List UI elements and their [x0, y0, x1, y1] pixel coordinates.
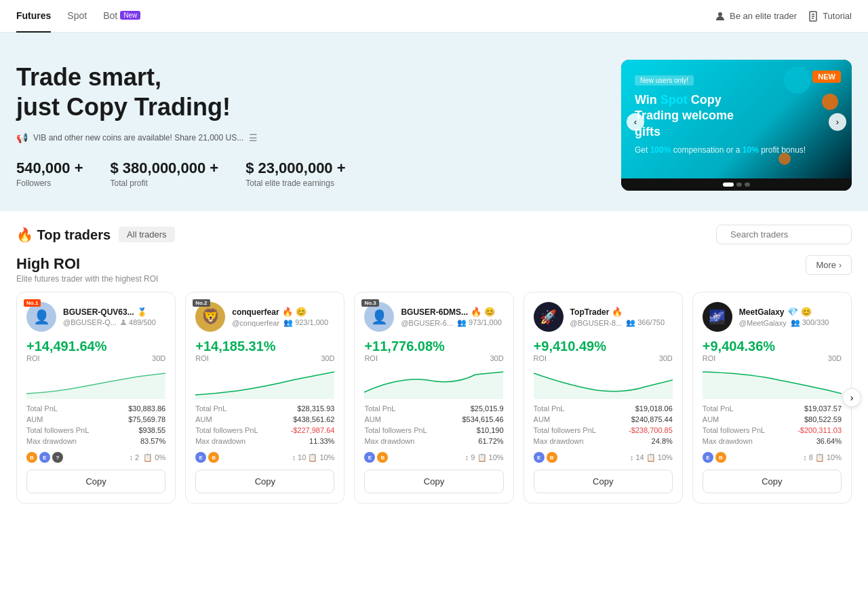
- hero-banner: ‹ › New users only! NEW Win Spot CopyTra…: [621, 60, 852, 191]
- tab-futures[interactable]: Futures: [16, 0, 51, 33]
- trader-handle-1: @BGUSER-Q...: [63, 318, 117, 326]
- stat-total-profit-value: $ 380,000,000 +: [110, 159, 218, 177]
- copy-btn-2[interactable]: Copy: [195, 470, 334, 493]
- label-aum-1: AUM: [26, 415, 43, 423]
- roi-value-4: +9,410.49%: [534, 339, 673, 354]
- search-input[interactable]: [730, 229, 844, 240]
- hero-title-line2: just Copy Trading!: [16, 93, 231, 121]
- roi-header-left: High ROI Elite futures trader with the h…: [16, 255, 158, 284]
- stat-earnings-value: $ 23,000,000 +: [245, 159, 345, 177]
- period-1: 30D: [152, 354, 165, 362]
- hero-section: Trade smart, just Copy Trading! 📢 VIB an…: [0, 33, 868, 211]
- nav-actions: Be an elite trader Tutorial: [715, 11, 852, 22]
- tab-spot[interactable]: Spot: [67, 0, 87, 33]
- nav-tabs: Futures Spot Bot New: [16, 0, 715, 33]
- banner-prev-btn[interactable]: ‹: [627, 113, 644, 130]
- more-btn[interactable]: More ›: [806, 255, 852, 275]
- trader-handle-3: @BGUSER-6...: [401, 319, 453, 327]
- avatar-4: 🚀: [534, 302, 564, 332]
- hero-notice: 📢 VIB and other new coins are available!…: [16, 132, 594, 143]
- roi-value-5: +9,404.36%: [703, 339, 842, 354]
- fpnl-val-1: $938.55: [138, 426, 165, 434]
- roi-title: High ROI: [16, 255, 158, 273]
- banner-dot-1[interactable]: [723, 183, 734, 187]
- trader-name-3: BGUSER-6DMS...: [401, 307, 468, 317]
- pnl-val-1: $30,883.86: [128, 404, 165, 413]
- banner-dot-3[interactable]: [745, 183, 750, 187]
- copy-btn-5[interactable]: Copy: [703, 470, 842, 493]
- trader-handle-5: @MeetGalaxy: [739, 319, 787, 327]
- banner-dot-2[interactable]: [736, 183, 742, 187]
- trader-emoji-2a: 🔥: [282, 307, 293, 317]
- stat-earnings-label: Total elite trade earnings: [245, 178, 345, 188]
- trader-emoji-2b: 😊: [296, 307, 307, 317]
- trader-emoji-5b: 😊: [801, 307, 812, 317]
- stat-earnings: $ 23,000,000 + Total elite trade earning…: [245, 159, 345, 188]
- more-label: More: [816, 260, 836, 270]
- person-icon: [715, 11, 726, 22]
- tab-bot[interactable]: Bot New: [103, 0, 140, 33]
- stat-followers: 540,000 + Followers: [16, 159, 83, 188]
- trader-emoji-3b: 😊: [484, 307, 495, 317]
- main-content: 🔥 Top traders All traders High ROI Elite…: [0, 211, 868, 517]
- rank-badge-2: No.2: [193, 299, 210, 307]
- banner-next-btn[interactable]: ›: [829, 113, 846, 130]
- notice-icon: 📢: [16, 132, 28, 143]
- search-box: [716, 225, 852, 244]
- chart-1: [26, 366, 165, 399]
- elite-trader-action[interactable]: Be an elite trader: [715, 11, 797, 22]
- stat-total-profit-label: Total profit: [110, 178, 218, 188]
- chart-2: [195, 366, 334, 399]
- trader-emoji-4: 🔥: [612, 307, 623, 317]
- hero-stats: 540,000 + Followers $ 380,000,000 + Tota…: [16, 159, 594, 188]
- roi-section: High ROI Elite futures trader with the h…: [16, 255, 852, 504]
- trader-card-5: 🌌 MeetGalaxy 💎 😊 @MeetGalaxy 👥 300/330: [692, 292, 852, 504]
- stat-followers-label: Followers: [16, 178, 83, 188]
- avatar-5: 🌌: [703, 302, 732, 332]
- coin-icons-1: B E ?: [26, 452, 63, 463]
- label-dd-1: Max drawdown: [26, 437, 77, 445]
- svg-point-7: [122, 320, 125, 322]
- all-traders-btn[interactable]: All traders: [119, 227, 175, 242]
- hero-title: Trade smart, just Copy Trading!: [16, 62, 594, 121]
- trader-name-5: MeetGalaxy: [739, 307, 785, 317]
- section-title: 🔥 Top traders: [16, 227, 111, 243]
- roi-value-2: +14,185.31%: [195, 339, 334, 354]
- roi-value-3: +11,776.08%: [364, 339, 503, 354]
- banner-dots: [621, 178, 852, 191]
- trader-emoji-1: 🥇: [137, 307, 147, 317]
- label-pnl-1: Total PnL: [26, 404, 58, 413]
- chart-4: [534, 366, 673, 399]
- section-header: 🔥 Top traders All traders: [16, 225, 852, 244]
- chart-3: [364, 366, 503, 399]
- copy-btn-4[interactable]: Copy: [534, 470, 673, 493]
- aum-val-1: $75,569.78: [128, 415, 165, 423]
- document-icon: [808, 11, 818, 22]
- trader-emoji-5a: 💎: [787, 307, 798, 317]
- trader-handle-2: @conquerfear: [232, 319, 279, 327]
- rank-badge-1: No.1: [24, 299, 41, 307]
- trader-name-4: TopTrader: [570, 307, 610, 317]
- banner-subtitle: Get 100% compensation or a 10% profit bo…: [635, 145, 838, 155]
- roi-value-1: +14,491.64%: [26, 339, 165, 354]
- copy-btn-3[interactable]: Copy: [364, 470, 503, 493]
- banner-title: Win Spot CopyTrading welcomegifts: [635, 92, 838, 140]
- rank-badge-3: No.3: [361, 299, 378, 307]
- banner-pct2: 10%: [743, 145, 759, 155]
- roi-label-1: ROI: [26, 354, 40, 362]
- trader-followers-1: 489/500: [121, 318, 156, 326]
- copy-btn-1[interactable]: Copy: [26, 470, 165, 493]
- trader-emoji-3a: 🔥: [471, 307, 481, 317]
- banner-pct1: 100%: [650, 145, 671, 155]
- notice-lines-icon[interactable]: ☰: [249, 132, 258, 143]
- tutorial-action[interactable]: Tutorial: [808, 11, 852, 22]
- svg-point-0: [718, 12, 722, 16]
- trader-card-2: 🦁 No.2 conquerfear 🔥 😊 @conquerfear 👥 92…: [185, 292, 344, 504]
- cards-next-btn[interactable]: ›: [842, 388, 861, 407]
- roi-header: High ROI Elite futures trader with the h…: [16, 255, 852, 284]
- hero-left: Trade smart, just Copy Trading! 📢 VIB an…: [16, 62, 594, 187]
- main-nav: Futures Spot Bot New Be an elite trader …: [0, 0, 868, 33]
- notice-text: VIB and other new coins are available! S…: [33, 133, 243, 142]
- trader-card-1: 👤 No.1 BGUSER-QUV63... 🥇 @BGUSER-Q...: [16, 292, 176, 504]
- chart-5: [703, 366, 842, 399]
